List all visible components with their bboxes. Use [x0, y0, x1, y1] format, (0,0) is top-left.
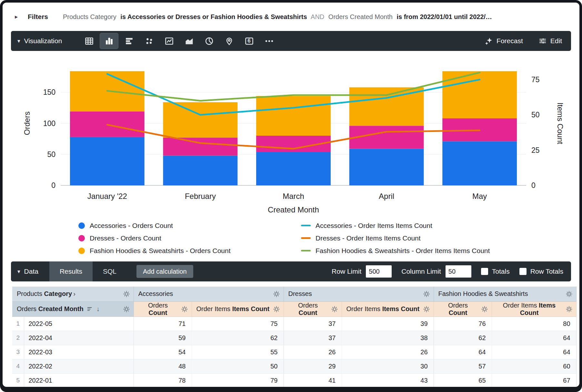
bar-segment[interactable] — [349, 149, 424, 185]
column-accessories-orders-count[interactable]: Orders Count — [134, 301, 192, 317]
measure-cell[interactable]: 75 — [192, 317, 284, 331]
gear-icon[interactable] — [423, 290, 430, 298]
dimension-cell[interactable]: 2022-04 — [24, 331, 134, 345]
column-dresses-orders-count[interactable]: Orders Count — [284, 301, 342, 317]
measure-cell[interactable]: 80 — [492, 317, 576, 331]
tab-sql[interactable]: SQL — [93, 261, 127, 281]
legend-item[interactable]: Accessories - Order Items Items Count — [301, 219, 570, 232]
column-group-products-category[interactable]: Products Category› — [12, 287, 134, 301]
measure-cell[interactable]: 64 — [492, 331, 576, 345]
gear-icon[interactable] — [423, 305, 430, 313]
tab-results[interactable]: Results — [49, 261, 93, 281]
column-fashion-items-count[interactable]: Order Items Items Count — [492, 301, 576, 317]
measure-cell[interactable]: 59 — [134, 331, 192, 345]
viz-type-pie-chart-icon[interactable] — [200, 33, 218, 49]
add-calculation-button[interactable]: Add calculation — [136, 265, 193, 278]
legend-item[interactable]: Accessories - Orders Count — [78, 219, 301, 232]
filter-summary[interactable]: Products Category is Accessories or Dres… — [63, 13, 567, 21]
visualization-collapse-icon[interactable]: ▾ — [17, 38, 20, 44]
edit-button[interactable]: Edit — [538, 37, 562, 45]
column-group-fashion-hoodies[interactable]: Fashion Hoodies & Sweatshirts — [434, 287, 576, 301]
column-orders-created-month[interactable]: Orders Created Month ↓ — [12, 301, 134, 317]
measure-cell[interactable]: 41 — [284, 373, 342, 387]
dimension-cell[interactable]: 2022-02 — [24, 359, 134, 373]
bar-segment[interactable] — [442, 141, 517, 185]
dimension-cell[interactable]: 2022-03 — [24, 345, 134, 359]
filters-title[interactable]: Filters — [28, 13, 48, 21]
measure-cell[interactable]: 43 — [342, 373, 434, 387]
measure-cell[interactable]: 62 — [192, 331, 284, 345]
column-dresses-items-count[interactable]: Order Items Items Count — [342, 301, 434, 317]
measure-cell[interactable]: 76 — [434, 317, 492, 331]
data-collapse-icon[interactable]: ▾ — [17, 268, 20, 275]
viz-type-bar-chart-icon[interactable] — [120, 33, 138, 49]
column-group-accessories[interactable]: Accessories — [134, 287, 284, 301]
gear-icon[interactable] — [273, 290, 280, 298]
measure-cell[interactable]: 71 — [134, 317, 192, 331]
bar-segment[interactable] — [256, 152, 331, 185]
bar-segment[interactable] — [163, 102, 237, 138]
measure-cell[interactable]: 64 — [434, 345, 492, 359]
column-limit-input[interactable] — [446, 265, 471, 278]
measure-cell[interactable]: 78 — [134, 373, 192, 387]
gear-icon[interactable] — [331, 305, 338, 313]
bar-segment[interactable] — [256, 96, 331, 136]
data-title[interactable]: Data — [24, 268, 38, 275]
gear-icon[interactable] — [181, 305, 188, 313]
measure-cell[interactable]: 57 — [434, 359, 492, 373]
measure-cell[interactable]: 60 — [492, 359, 576, 373]
measure-cell[interactable]: 37 — [284, 317, 342, 331]
measure-cell[interactable]: 55 — [192, 345, 284, 359]
legend-item[interactable]: Dresses - Orders Count — [78, 232, 301, 244]
measure-cell[interactable]: 26 — [342, 345, 434, 359]
legend-item[interactable]: Fashion Hoodies & Sweatshirts - Order It… — [301, 244, 570, 257]
measure-cell[interactable]: 50 — [192, 359, 284, 373]
gear-icon[interactable] — [123, 290, 130, 298]
gear-icon[interactable] — [481, 305, 488, 313]
measure-cell[interactable]: 64 — [492, 345, 576, 359]
bar-segment[interactable] — [163, 138, 237, 156]
column-group-dresses[interactable]: Dresses — [284, 287, 434, 301]
viz-type-scatter-icon[interactable] — [140, 33, 158, 49]
measure-cell[interactable]: 79 — [192, 373, 284, 387]
gear-icon[interactable] — [123, 305, 130, 313]
bar-segment[interactable] — [163, 156, 237, 185]
filters-expand-icon[interactable]: ▸ — [15, 13, 21, 20]
measure-cell[interactable]: 26 — [284, 345, 342, 359]
row-limit-input[interactable] — [366, 265, 392, 278]
measure-cell[interactable]: 54 — [134, 345, 192, 359]
measure-cell[interactable]: 39 — [342, 317, 434, 331]
column-fashion-orders-count[interactable]: Orders Count — [434, 301, 492, 317]
viz-type-more-icon[interactable] — [260, 33, 278, 49]
viz-type-table-icon[interactable] — [80, 33, 98, 49]
viz-type-line-chart-icon[interactable] — [160, 33, 178, 49]
legend-item[interactable]: Dresses - Order Items Items Count — [301, 232, 570, 244]
measure-cell[interactable]: 65 — [434, 373, 492, 387]
viz-type-area-chart-icon[interactable] — [180, 33, 198, 49]
measure-cell[interactable]: 38 — [342, 331, 434, 345]
dimension-cell[interactable]: 2022-01 — [24, 373, 134, 387]
column-accessories-items-count[interactable]: Order Items Items Count — [192, 301, 284, 317]
row-totals-checkbox[interactable] — [519, 268, 527, 275]
visualization-title[interactable]: Visualization — [24, 37, 62, 45]
measure-cell[interactable]: 62 — [434, 331, 492, 345]
measure-cell[interactable]: 30 — [342, 359, 434, 373]
dimension-cell[interactable]: 2022-05 — [24, 317, 134, 331]
bar-segment[interactable] — [70, 137, 145, 185]
legend-item[interactable]: Fashion Hoodies & Sweatshirts - Orders C… — [78, 244, 301, 257]
chevron-right-icon[interactable]: › — [73, 290, 75, 297]
combo-chart[interactable]: 0501001500255075January '22FebruaryMarch… — [12, 55, 570, 216]
totals-checkbox[interactable] — [481, 268, 488, 275]
subtotal-icon[interactable] — [86, 306, 94, 313]
gear-icon[interactable] — [273, 305, 280, 313]
forecast-button[interactable]: Forecast — [485, 37, 523, 45]
gear-icon[interactable] — [565, 305, 573, 313]
viz-type-column-chart-icon[interactable] — [100, 33, 118, 49]
measure-cell[interactable]: 29 — [284, 359, 342, 373]
measure-cell[interactable]: 67 — [492, 373, 576, 387]
viz-type-map-icon[interactable] — [220, 33, 238, 49]
gear-icon[interactable] — [565, 290, 573, 298]
viz-type-single-value-icon[interactable]: 6 — [240, 33, 258, 49]
measure-cell[interactable]: 37 — [284, 331, 342, 345]
measure-cell[interactable]: 48 — [134, 359, 192, 373]
